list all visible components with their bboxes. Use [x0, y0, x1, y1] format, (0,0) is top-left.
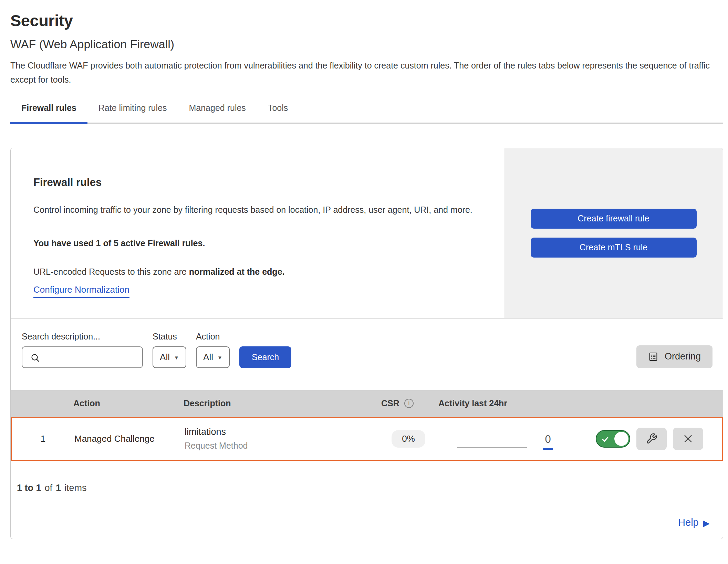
page-description: The Cloudflare WAF provides both automat… — [10, 59, 716, 86]
create-firewall-rule-button[interactable]: Create firewall rule — [531, 209, 697, 229]
rule-order: 1 — [12, 434, 74, 444]
info-icon[interactable]: i — [404, 399, 414, 408]
wrench-icon — [646, 433, 657, 445]
search-box — [22, 346, 143, 368]
activity-count-link[interactable]: 0 — [543, 433, 553, 450]
ordering-button[interactable]: Ordering — [636, 345, 713, 368]
header-action: Action — [73, 398, 184, 408]
tab-tools[interactable]: Tools — [257, 101, 299, 124]
rule-enabled-toggle[interactable] — [596, 430, 630, 448]
search-button[interactable]: Search — [239, 346, 291, 368]
rule-action: Managed Challenge — [74, 434, 185, 444]
create-rule-panel: Create firewall rule Create mTLS rule — [504, 148, 723, 318]
rule-description: limitations — [185, 427, 377, 437]
rule-csr-cell: 0% — [377, 430, 439, 448]
normalization-prefix: URL-encoded Requests to this zone are — [33, 267, 189, 276]
action-filter-group: Action All ▼ — [196, 332, 230, 368]
help-footer: Help ▶ — [11, 506, 723, 539]
ordering-button-label: Ordering — [665, 351, 701, 362]
csr-badge: 0% — [392, 430, 425, 448]
status-filter-group: Status All ▼ — [153, 332, 186, 368]
firewall-rules-info: Firewall rules Control incoming traffic … — [11, 148, 504, 318]
activity-sparkline — [457, 447, 527, 448]
firewall-rules-card: Firewall rules Control incoming traffic … — [10, 148, 723, 539]
create-mtls-rule-button[interactable]: Create mTLS rule — [531, 238, 697, 258]
security-waf-page: Security WAF (Web Application Firewall) … — [0, 0, 728, 539]
action-dropdown-value: All — [203, 352, 213, 363]
delete-rule-button[interactable] — [673, 428, 703, 450]
page-title: Security — [10, 11, 728, 30]
waf-tab-bar: Firewall rules Rate limiting rules Manag… — [10, 101, 723, 124]
items-word: items — [64, 483, 87, 493]
activity-count-underline — [543, 448, 553, 450]
panel-heading: Firewall rules — [33, 176, 490, 189]
rule-description-cell: limitations Request Method — [185, 427, 377, 451]
filter-toolbar: Search description... Status All ▼ Actio… — [11, 318, 723, 390]
items-summary: 1 to 1 of 1 items — [11, 461, 723, 506]
firewall-rules-info-section: Firewall rules Control incoming traffic … — [11, 148, 723, 318]
close-icon — [683, 433, 694, 444]
rule-activity-cell: 0 — [439, 430, 553, 447]
tab-rate-limiting-rules[interactable]: Rate limiting rules — [87, 101, 178, 124]
activity-count: 0 — [545, 433, 551, 446]
rule-description-sub: Request Method — [185, 441, 377, 451]
header-csr: CSR i — [376, 398, 438, 408]
search-group: Search description... — [22, 332, 143, 368]
action-dropdown[interactable]: All ▼ — [196, 346, 230, 368]
normalization-text: URL-encoded Requests to this zone are no… — [33, 267, 490, 277]
header-csr-label: CSR — [381, 398, 399, 408]
toggle-knob — [614, 432, 628, 446]
edit-rule-button[interactable] — [636, 428, 667, 450]
items-total: 1 — [56, 483, 61, 493]
search-label: Search description... — [22, 332, 143, 342]
panel-description: Control incoming traffic to your zone by… — [33, 202, 490, 218]
action-label: Action — [196, 332, 230, 342]
items-of-word: of — [45, 483, 53, 493]
normalization-bold: normalized at the edge. — [189, 267, 285, 276]
search-icon — [30, 353, 41, 363]
header-description: Description — [184, 398, 376, 408]
check-icon — [601, 435, 610, 443]
rules-table-header: Action Description CSR i Activity last 2… — [11, 390, 723, 417]
usage-text: You have used 1 of 5 active Firewall rul… — [33, 238, 490, 248]
chevron-down-icon: ▼ — [174, 355, 179, 361]
help-arrow-icon: ▶ — [703, 518, 710, 528]
tab-firewall-rules[interactable]: Firewall rules — [10, 101, 87, 124]
status-label: Status — [153, 332, 186, 342]
items-range: 1 to 1 — [17, 483, 41, 493]
status-dropdown[interactable]: All ▼ — [153, 346, 186, 368]
firewall-rule-row[interactable]: 1 Managed Challenge limitations Request … — [11, 417, 723, 461]
page-header: Security WAF (Web Application Firewall) … — [10, 0, 728, 86]
page-subtitle: WAF (Web Application Firewall) — [10, 38, 728, 51]
help-link[interactable]: Help — [678, 517, 699, 528]
rule-controls — [553, 428, 722, 450]
tab-managed-rules[interactable]: Managed rules — [178, 101, 257, 124]
status-dropdown-value: All — [160, 352, 170, 363]
chevron-down-icon: ▼ — [217, 355, 222, 361]
ordering-list-icon — [648, 352, 658, 362]
configure-normalization-link[interactable]: Configure Normalization — [33, 284, 129, 298]
header-activity: Activity last 24hr — [438, 398, 552, 408]
